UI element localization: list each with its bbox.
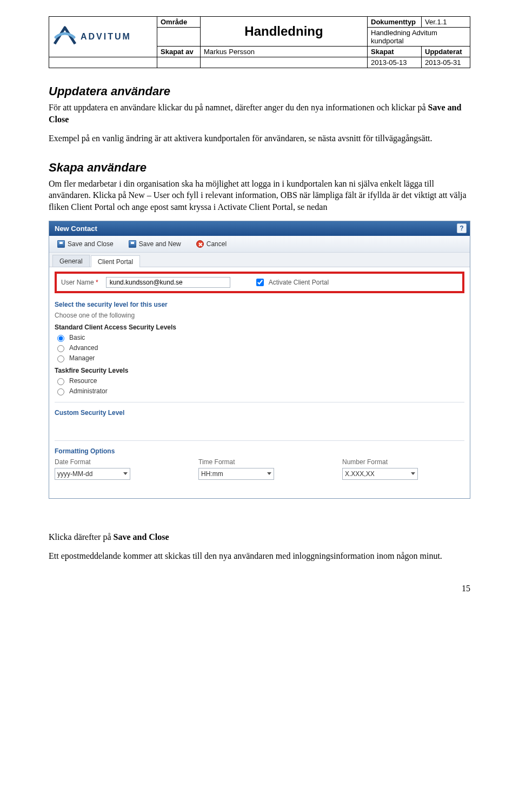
p-after-1: Klicka därefter på Save and Close (49, 531, 470, 543)
time-format-label: Time Format (198, 458, 321, 466)
tab-client-portal[interactable]: Client Portal (91, 255, 140, 267)
radio-advanced[interactable]: Advanced (55, 344, 464, 352)
logo-cell: ADVITUM (49, 17, 157, 57)
author: Markus Persson (201, 47, 368, 57)
chevron-down-icon (267, 472, 271, 475)
help-icon[interactable]: ? (457, 223, 467, 233)
activate-checkbox-input[interactable] (256, 279, 264, 286)
activate-client-portal-checkbox[interactable]: Activate Client Portal (254, 277, 329, 288)
save-icon (129, 240, 136, 248)
p-uppdatera-1: För att uppdatera en användare klickar d… (49, 102, 470, 125)
chevron-down-icon (123, 472, 128, 475)
tab-general[interactable]: General (52, 255, 90, 267)
taskfire-heading: Taskfire Security Levels (55, 367, 464, 374)
formatting-options-title: Formatting Options (55, 447, 464, 455)
standard-access-heading: Standard Client Access Security Levels (55, 324, 464, 331)
save-icon (57, 240, 65, 248)
p-after-2: Ett epostmeddelande kommer att skickas t… (49, 550, 470, 562)
custom-security-title: Custom Security Level (55, 409, 464, 417)
number-format-label: Number Format (342, 458, 464, 466)
highlighted-username-row: User Name * Activate Client Portal (55, 272, 464, 293)
number-format-select[interactable]: X.XXX,XX (342, 468, 418, 480)
window-title: New Contact (55, 225, 97, 233)
tabs: General Client Portal (49, 253, 470, 267)
version: Ver.1.1 (422, 17, 470, 28)
p-skapa-1: Om fler medarbetar i din organisation sk… (49, 178, 470, 213)
omrade-value (157, 28, 201, 47)
toolbar: Save and Close Save and New Cancel (49, 236, 470, 253)
chevron-down-icon (411, 472, 415, 475)
label-omrade: Område (157, 17, 201, 28)
security-level-title: Select the security level for this user (55, 301, 464, 308)
heading-uppdatera: Uppdatera användare (49, 84, 470, 98)
page-number: 15 (49, 584, 470, 593)
label-uppdaterat: Uppdaterat (422, 47, 470, 57)
save-and-close-button[interactable]: Save and Close (52, 238, 118, 250)
radio-resource[interactable]: Resource (55, 377, 464, 385)
choose-one-label: Choose one of the following (55, 312, 464, 319)
label-skapat-av: Skapat av (157, 47, 201, 57)
radio-manager[interactable]: Manager (55, 354, 464, 362)
updated-date: 2013-05-31 (422, 57, 470, 68)
doc-title: Handledning (201, 17, 368, 47)
username-input[interactable] (106, 277, 230, 288)
cancel-icon (196, 240, 204, 248)
username-label: User Name * (61, 279, 98, 286)
date-format-select[interactable]: yyyy-MM-dd (55, 468, 130, 480)
heading-skapa: Skapa användare (49, 161, 470, 175)
logo-text: ADVITUM (81, 32, 131, 42)
label-skapat: Skapat (368, 47, 422, 57)
radio-administrator[interactable]: Administrator (55, 387, 464, 395)
doc-header-table: ADVITUM Område Handledning Dokumenttyp V… (49, 16, 470, 68)
created-date: 2013-05-13 (368, 57, 422, 68)
p-uppdatera-2: Exempel på en vanlig ändring är att akti… (49, 133, 470, 144)
radio-basic[interactable]: Basic (55, 333, 464, 342)
label-dokumenttyp: Dokumenttyp (368, 17, 422, 28)
doc-name: Handledning Advitum kundportal (368, 28, 470, 47)
time-format-select[interactable]: HH:mm (198, 468, 274, 480)
date-format-label: Date Format (55, 458, 177, 466)
save-and-new-button[interactable]: Save and New (124, 238, 186, 250)
advitum-logo-icon (52, 25, 77, 48)
window-titlebar: New Contact ? (49, 221, 470, 236)
new-contact-window: New Contact ? Save and Close Save and Ne… (49, 221, 470, 499)
cancel-button[interactable]: Cancel (191, 238, 231, 250)
